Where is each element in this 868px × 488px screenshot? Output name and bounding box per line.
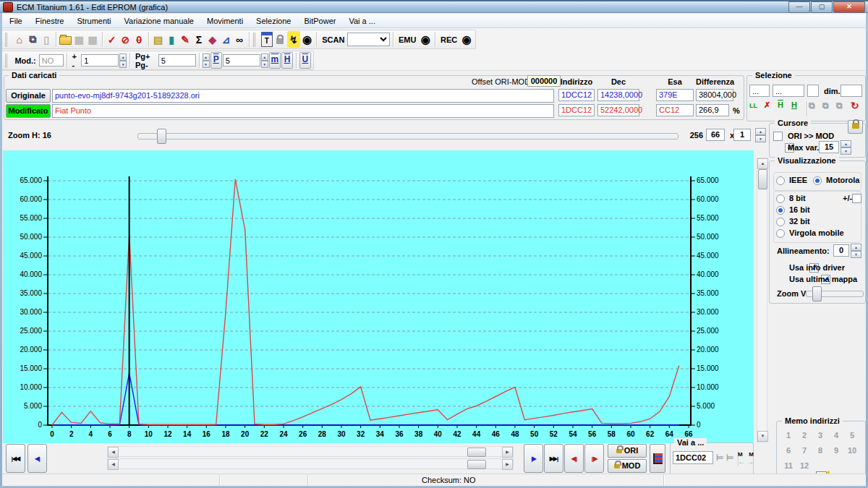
memo-slot-7[interactable]: 7 bbox=[797, 446, 812, 455]
memo-slot-4[interactable]: 4 bbox=[829, 431, 843, 440]
motorola-radio[interactable] bbox=[813, 176, 822, 185]
paste-selection-icon[interactable]: ⧉ bbox=[822, 100, 829, 111]
menu-finestre[interactable]: Finestre bbox=[29, 15, 71, 27]
memo-jump-left-icon[interactable]: M ← bbox=[738, 451, 745, 466]
rows-spinner[interactable]: ▲▼ bbox=[755, 128, 766, 142]
minimize-button[interactable]: — bbox=[788, 1, 810, 13]
graph-flag-button[interactable] bbox=[650, 444, 665, 473]
percent-button[interactable]: P bbox=[210, 52, 222, 69]
scroll-right-icon[interactable]: ▶ bbox=[502, 447, 513, 458]
home-icon[interactable]: ⌂ bbox=[13, 31, 26, 48]
toolbar-grip[interactable] bbox=[5, 53, 9, 68]
memo-slot-12[interactable]: 12 bbox=[797, 461, 812, 470]
rec-knob-icon[interactable]: ◉ bbox=[460, 31, 473, 48]
memo-jump-right-icon[interactable]: M → bbox=[746, 451, 754, 466]
swap-selection-icon[interactable]: ⧉ bbox=[836, 100, 843, 111]
go-first-button[interactable]: |◀◀ bbox=[6, 444, 25, 473]
go-last-button[interactable]: ▶▶| bbox=[544, 444, 563, 473]
new-page-icon[interactable]: ▯ bbox=[40, 31, 53, 48]
menu-file[interactable]: File bbox=[3, 15, 29, 27]
dim-field[interactable] bbox=[841, 85, 862, 97]
zoom-h-thumb[interactable] bbox=[157, 129, 166, 144]
toolbar-grip[interactable] bbox=[253, 33, 258, 47]
percent-input[interactable] bbox=[223, 54, 260, 67]
originale-file-field[interactable]: punto-evo-mj8df-9743g201-51892328.ori bbox=[52, 89, 554, 103]
h-scroll-thumb-ori[interactable] bbox=[467, 448, 486, 457]
go-next-button[interactable]: |▶ bbox=[524, 444, 543, 473]
step-forward-button[interactable]: ||▶ bbox=[584, 444, 604, 473]
max-button[interactable]: H bbox=[281, 52, 293, 69]
memo-slot-6[interactable]: 6 bbox=[781, 446, 796, 455]
zoom-v-thumb[interactable] bbox=[812, 286, 822, 301]
menu-variazione-manuale[interactable]: Variazione manuale bbox=[118, 15, 200, 27]
virgola-radio[interactable] bbox=[776, 229, 785, 238]
compare-icon[interactable]: ◆ bbox=[206, 31, 219, 48]
ori-mod-checkbox[interactable] bbox=[773, 132, 783, 141]
graph-view-icon[interactable]: ⊿ bbox=[219, 31, 232, 48]
copy-icon[interactable]: ⧉ bbox=[27, 31, 40, 48]
deselect-icon[interactable]: ✗ bbox=[764, 100, 770, 110]
notes-icon[interactable]: ▤ bbox=[152, 31, 165, 48]
bit16-radio[interactable] bbox=[776, 206, 785, 215]
write-forbidden-icon[interactable]: ⊘ bbox=[119, 31, 132, 48]
allineamento-spinner[interactable]: ▲▼ bbox=[851, 244, 861, 257]
autotuning-runner-icon[interactable]: ↯ bbox=[287, 31, 300, 48]
step-back-button[interactable]: ◀|| bbox=[564, 444, 584, 473]
memo-slot-1[interactable]: 1 bbox=[781, 431, 796, 440]
restore-button[interactable]: ▢ bbox=[811, 1, 833, 13]
memo-slot-8[interactable]: 8 bbox=[813, 446, 827, 455]
open-folder-icon[interactable] bbox=[59, 31, 72, 48]
scroll-left-icon[interactable]: ◀ bbox=[108, 459, 119, 470]
scroll-up-icon[interactable]: ▲ bbox=[757, 158, 768, 169]
ieee-radio[interactable] bbox=[776, 176, 785, 185]
memo-slot-2[interactable]: 2 bbox=[797, 431, 812, 440]
bit32-radio[interactable] bbox=[776, 218, 785, 226]
scroll-down-icon[interactable]: ▼ bbox=[757, 431, 768, 442]
max-var-spinner[interactable]: ▲▼ bbox=[841, 140, 851, 154]
p-spinner[interactable]: ▲▼ bbox=[203, 53, 210, 67]
cursor-lock-button[interactable] bbox=[848, 120, 863, 134]
selezione-start-field[interactable] bbox=[749, 85, 770, 97]
menu-strumenti[interactable]: Strumenti bbox=[70, 15, 117, 27]
menu-vai-a[interactable]: Vai a ... bbox=[342, 15, 381, 27]
h-scrollbar-mod[interactable]: ◀ ▶ bbox=[107, 458, 514, 469]
chart-vertical-scrollbar[interactable]: ▲ ▼ bbox=[757, 158, 767, 442]
max-var-field[interactable]: 15 bbox=[819, 141, 839, 153]
go-prev-button[interactable]: ◀| bbox=[27, 444, 47, 473]
checksum-sigma-icon[interactable]: Σ bbox=[192, 31, 205, 48]
toolbar-grip[interactable] bbox=[5, 33, 10, 47]
bit8-radio[interactable] bbox=[776, 194, 785, 203]
allineamento-field[interactable]: 0 bbox=[833, 244, 849, 257]
h-scroll-thumb-mod[interactable] bbox=[467, 460, 486, 469]
goto-next-mark-icon[interactable]: ⊨ bbox=[726, 453, 733, 463]
zoom-v-slider[interactable] bbox=[806, 291, 864, 297]
step-input[interactable] bbox=[81, 54, 119, 67]
h-scrollbar-ori[interactable]: ◀ ▶ bbox=[107, 446, 514, 457]
save-mod-icon[interactable]: ▦ bbox=[86, 31, 99, 48]
mod-value-input[interactable] bbox=[39, 54, 64, 67]
refresh-icon[interactable]: ↻ bbox=[851, 100, 859, 111]
menu-bitpower[interactable]: BitPower bbox=[297, 15, 342, 27]
copy-selection-icon[interactable]: ⧉ bbox=[809, 100, 815, 111]
unit-button[interactable]: U bbox=[299, 52, 311, 69]
v-scroll-thumb[interactable] bbox=[758, 169, 767, 189]
save-ori-icon[interactable]: ▦ bbox=[73, 31, 86, 48]
graph-panel[interactable]: 005.0005.00010.00010.00015.00015.00020.0… bbox=[3, 150, 754, 443]
find-icon[interactable]: ∞ bbox=[233, 31, 246, 48]
ori-view-button[interactable]: ORI bbox=[608, 444, 647, 458]
connect-knob-icon[interactable]: ◉ bbox=[301, 31, 314, 48]
modificato-file-field[interactable]: Fiat Punto bbox=[52, 104, 554, 118]
mod-view-button[interactable]: MOD bbox=[608, 459, 647, 473]
step-spinner[interactable]: ▲▼ bbox=[119, 53, 127, 67]
selezione-step-field[interactable] bbox=[807, 85, 819, 97]
pg-step-input[interactable] bbox=[158, 54, 196, 67]
graph-svg[interactable]: 005.0005.00010.00010.00015.00015.00020.0… bbox=[3, 150, 754, 443]
emu-knob-icon[interactable]: ◉ bbox=[419, 31, 432, 48]
originale-button[interactable]: Originale bbox=[6, 89, 51, 103]
select-column-icon[interactable]: H bbox=[791, 100, 797, 109]
modificato-button[interactable]: Modificato bbox=[6, 104, 51, 118]
scroll-left-icon[interactable]: ◀ bbox=[108, 447, 119, 458]
select-row-icon[interactable]: H bbox=[778, 100, 783, 109]
goto-prev-mark-icon[interactable]: ⊨ bbox=[716, 453, 723, 463]
menu-movimenti[interactable]: Movimenti bbox=[200, 15, 250, 27]
